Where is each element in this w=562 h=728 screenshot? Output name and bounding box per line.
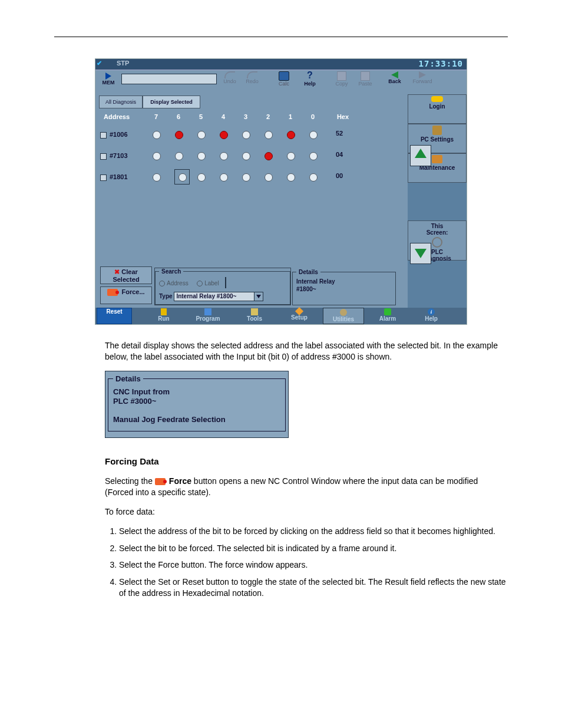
tools-icon xyxy=(251,308,258,315)
bit-dot[interactable] xyxy=(242,131,250,139)
row-address[interactable]: #1801 xyxy=(110,173,128,180)
row-checkbox[interactable] xyxy=(100,174,107,181)
bit-dot[interactable] xyxy=(265,173,273,182)
details-panel-figure: Details CNC Input from PLC #3000~ Manual… xyxy=(105,371,289,438)
bit-dot[interactable] xyxy=(287,131,295,139)
nav-alarm[interactable]: Alarm xyxy=(370,308,405,324)
bit-dot[interactable] xyxy=(242,173,250,182)
clear-selected-button[interactable]: ✖ Clear Selected xyxy=(100,266,152,284)
clock: 17:33:10 xyxy=(419,59,463,68)
undo-button[interactable]: Undo xyxy=(219,71,240,94)
scroll-up-button[interactable] xyxy=(410,145,431,166)
back-label: Back xyxy=(388,78,401,84)
nav-tools[interactable]: Tools xyxy=(237,308,272,324)
tab-all-diagnosis[interactable]: All Diagnosis xyxy=(99,95,143,108)
grid-header-hex: Hex xyxy=(331,113,355,120)
force-inline-icon xyxy=(155,478,166,485)
bit-dot[interactable] xyxy=(153,152,161,160)
search-radio-address[interactable]: Address xyxy=(159,280,189,286)
nav-help-label: Help xyxy=(425,315,438,322)
bit-dot[interactable] xyxy=(287,173,295,182)
reset-label: Reset xyxy=(106,308,122,315)
bit-dot[interactable] xyxy=(197,152,206,160)
details-line2: #1800~ xyxy=(296,285,392,293)
scroll-down-button[interactable] xyxy=(410,243,431,264)
bit-dot[interactable] xyxy=(287,152,295,160)
bit-dot[interactable] xyxy=(153,131,161,139)
bit-dot[interactable] xyxy=(175,170,189,184)
bit-dot[interactable] xyxy=(220,173,228,182)
copy-button[interactable]: Copy xyxy=(331,71,352,94)
panel-tabs: All Diagnosis Display Selected xyxy=(95,94,408,108)
nav-forward-button[interactable]: Forward xyxy=(408,71,437,94)
nav-program[interactable]: Program xyxy=(187,308,229,324)
nav-run[interactable]: Run xyxy=(146,308,181,324)
nav-back-button[interactable]: Back xyxy=(384,71,405,94)
row-checkbox[interactable] xyxy=(100,132,107,139)
bit-dot[interactable] xyxy=(309,173,318,182)
row-address[interactable]: #7103 xyxy=(110,152,128,159)
radio-icon xyxy=(197,281,203,286)
undo-label: Undo xyxy=(223,78,236,84)
search-radio-label[interactable]: Label xyxy=(197,280,219,286)
login-label: Login xyxy=(429,103,445,110)
paste-icon xyxy=(361,71,370,81)
step-item: Select the Set or Reset button to toggle… xyxy=(119,577,508,599)
force-inline-label: Force xyxy=(169,476,191,486)
type-dropdown-value: Internal Relay #1800~ xyxy=(176,293,236,299)
run-label: Run xyxy=(158,315,169,322)
nav-setup[interactable]: Setup xyxy=(282,308,317,324)
calc-button[interactable]: Calc xyxy=(273,71,295,94)
force-button[interactable]: Force... xyxy=(100,286,152,304)
bit-dot[interactable] xyxy=(220,152,228,160)
redo-icon xyxy=(247,71,257,78)
bit-dot[interactable] xyxy=(309,152,318,160)
bit-dot[interactable] xyxy=(153,173,161,182)
bit-dot[interactable] xyxy=(197,131,206,139)
this-screen-line1: This xyxy=(411,223,464,229)
forward-arrow-icon xyxy=(419,71,426,78)
redo-button[interactable]: Redo xyxy=(242,71,263,94)
program-icon xyxy=(204,308,211,315)
bit-dot[interactable] xyxy=(197,173,206,182)
tab-display-selected[interactable]: Display Selected xyxy=(143,95,200,108)
reset-button[interactable]: Reset xyxy=(97,308,132,324)
login-button[interactable]: Login xyxy=(408,94,467,124)
grid-row[interactable]: #710304 xyxy=(100,149,403,167)
nav-help[interactable]: iHelp xyxy=(414,308,449,324)
utilities-icon xyxy=(340,309,347,316)
grid-header-0: 0 xyxy=(304,113,322,120)
force-steps-list: Select the address of the bit to be forc… xyxy=(105,526,508,599)
top-toolbar: MEM Undo Redo Calc ?Help Copy Paste Back… xyxy=(95,70,467,95)
step-item: Select the address of the bit to be forc… xyxy=(119,526,508,537)
bit-dot[interactable] xyxy=(175,152,183,160)
bit-dot[interactable] xyxy=(242,152,250,160)
bit-dot[interactable] xyxy=(265,131,273,139)
bit-dot[interactable] xyxy=(309,131,318,139)
nav-utilities[interactable]: Utilities xyxy=(323,308,364,324)
program-label: Program xyxy=(196,315,220,322)
grid-row[interactable]: #100652 xyxy=(100,127,403,146)
paste-button[interactable]: Paste xyxy=(355,71,376,94)
mode-mem-button[interactable]: MEM xyxy=(98,71,119,94)
grid-header-5: 5 xyxy=(192,113,210,120)
row-checkbox[interactable] xyxy=(100,153,107,160)
bit-dot[interactable] xyxy=(265,152,273,160)
context-help-button[interactable]: ?Help xyxy=(299,71,320,94)
toolbar-text-field[interactable] xyxy=(121,74,217,84)
search-text-field[interactable] xyxy=(225,277,226,288)
run-icon xyxy=(161,308,167,315)
bit-dot[interactable] xyxy=(220,131,228,139)
info-icon: i xyxy=(428,308,435,315)
calculator-icon xyxy=(279,71,289,81)
bit-dot[interactable] xyxy=(175,131,183,139)
status-stp: STP xyxy=(117,60,129,67)
type-dropdown[interactable]: Internal Relay #1800~ xyxy=(174,292,263,301)
dropdown-arrow-icon xyxy=(254,292,263,301)
step-item: Select the bit to be forced. The selecte… xyxy=(119,543,508,554)
row-address[interactable]: #1006 xyxy=(110,131,128,138)
key-icon xyxy=(431,96,443,102)
alarm-icon xyxy=(384,308,391,315)
grid-row[interactable]: #180100 xyxy=(100,170,403,189)
paste-label: Paste xyxy=(358,81,372,87)
